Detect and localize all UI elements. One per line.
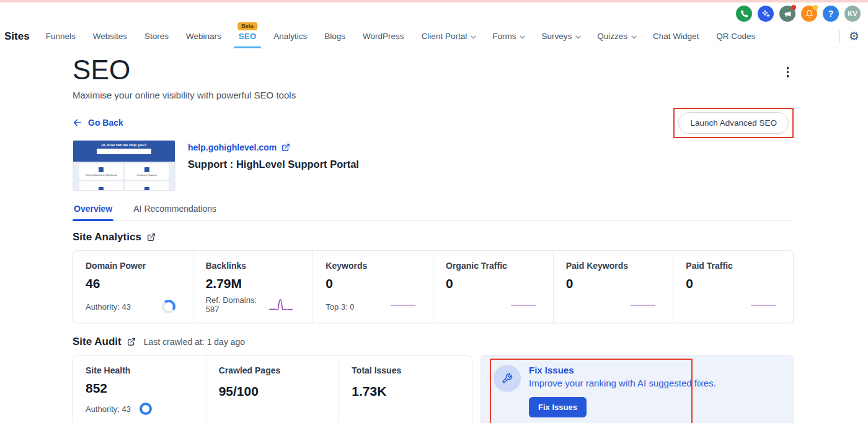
nav-item-analytics[interactable]: Analytics xyxy=(273,25,307,48)
nav-items: Funnels Websites Stores Webinars SEO Bet… xyxy=(46,25,839,48)
app-window: ? KV Sites Funnels Websites Stores Webin… xyxy=(0,0,868,423)
fix-issues-description: Improve your ranking with AI suggested f… xyxy=(529,378,716,388)
main-content: SEO Maximise your online visibility with… xyxy=(0,55,868,423)
external-link-icon[interactable] xyxy=(127,338,136,346)
chevron-down-icon xyxy=(631,33,636,38)
metric-value: 0 xyxy=(446,276,544,291)
nav-item-websites[interactable]: Websites xyxy=(93,25,127,48)
metric-label: Paid Traffic xyxy=(686,261,784,271)
phone-icon[interactable] xyxy=(736,6,752,22)
annotation-box-launch: Launch Advanced SEO xyxy=(673,108,794,138)
metric-label: Site Health xyxy=(86,365,197,375)
paid-traffic-flatline xyxy=(751,305,776,306)
site-title: Support : HighLevel Support Portal xyxy=(188,159,359,170)
chevron-down-icon xyxy=(576,33,581,38)
nav-section-title: Sites xyxy=(4,30,30,43)
metric-value: 46 xyxy=(86,276,184,291)
authority-donut-chart xyxy=(162,300,175,313)
nav-item-quizzes[interactable]: Quizzes xyxy=(597,25,636,48)
keywords-flatline xyxy=(391,305,415,306)
nav-item-chat-widget[interactable]: Chat Widget xyxy=(653,25,699,48)
topbar-icons: ? KV xyxy=(736,6,861,22)
site-analytics-card: Domain Power 46 Authority: 43 Backlinks … xyxy=(73,250,794,323)
nav-item-seo[interactable]: SEO Beta xyxy=(239,25,257,48)
site-preview-thumbnail[interactable]: Hi, how can we help you? Getting Started… xyxy=(73,140,175,191)
page-subtitle: Maximise your online visibility with pow… xyxy=(73,90,794,100)
external-link-icon[interactable] xyxy=(147,233,156,242)
chevron-down-icon xyxy=(471,33,476,38)
site-url-link[interactable]: help.gohighlevel.com xyxy=(188,142,359,152)
metric-value: 1.73K xyxy=(352,384,463,399)
metric-crawled-pages: Crawled Pages 95/100 xyxy=(206,355,339,423)
help-icon[interactable]: ? xyxy=(823,6,839,22)
launch-advanced-seo-button[interactable]: Launch Advanced SEO xyxy=(678,112,789,134)
site-preview-searchbox xyxy=(97,149,151,154)
site-audit-heading: Site Audit xyxy=(73,336,122,348)
chevron-down-icon xyxy=(520,33,525,38)
arrow-left-icon xyxy=(73,118,82,128)
beta-badge: Beta xyxy=(237,22,257,31)
site-url-label: help.gohighlevel.com xyxy=(188,142,277,152)
nav-item-client-portal-label: Client Portal xyxy=(422,32,467,41)
metric-label: Total Issues xyxy=(352,365,463,375)
metric-value: 2.79M xyxy=(206,276,304,291)
gear-icon[interactable]: ⚙ xyxy=(849,30,859,42)
metric-label: Backlinks xyxy=(206,261,304,271)
site-analytics-heading: Site Analytics xyxy=(73,231,141,243)
fix-issues-button[interactable]: Fix Issues xyxy=(529,397,587,417)
site-health-ring-chart xyxy=(140,403,152,415)
metric-sub: Authority: 43 xyxy=(86,302,131,312)
metric-value: 95/100 xyxy=(219,384,330,399)
announcements-megaphone-icon[interactable] xyxy=(779,6,795,22)
metric-paid-traffic: Paid Traffic 0 xyxy=(673,251,793,323)
nav-item-surveys-label: Surveys xyxy=(541,32,572,41)
page-title: SEO xyxy=(73,55,131,85)
metric-value: 0 xyxy=(686,276,784,291)
metric-paid-keywords: Paid Keywords 0 xyxy=(553,251,673,323)
tab-overview[interactable]: Overview xyxy=(73,199,113,220)
fix-issues-panel: Fix Issues Improve your ranking with AI … xyxy=(480,355,794,423)
nav-item-stores[interactable]: Stores xyxy=(144,25,169,48)
metric-sub: Authority: 43 xyxy=(86,404,131,414)
preview-card-icon xyxy=(144,187,149,191)
wrench-icon xyxy=(494,365,521,392)
metric-keywords: Keywords 0 Top 3: 0 xyxy=(312,251,433,323)
metric-total-issues: Total Issues 1.73K xyxy=(339,355,472,423)
metric-label: Organic Traffic xyxy=(446,261,544,271)
external-link-icon xyxy=(281,143,290,152)
metric-site-health: Site Health 852 Authority: 43 xyxy=(73,355,206,423)
site-audit-card: Site Health 852 Authority: 43 Crawled Pa… xyxy=(73,355,472,423)
metric-value: 0 xyxy=(566,276,665,291)
metric-sub: Ref. Domains: 587 xyxy=(206,295,270,314)
metric-label: Domain Power xyxy=(86,261,184,271)
paid-keywords-flatline xyxy=(631,305,655,306)
preview-card-label: Customer Support xyxy=(137,173,157,177)
nav-item-wordpress[interactable]: WordPress xyxy=(363,25,404,48)
metric-label: Crawled Pages xyxy=(219,365,330,375)
nav-item-client-portal[interactable]: Client Portal xyxy=(422,25,476,48)
metric-label: Keywords xyxy=(326,261,424,271)
nav-item-quizzes-label: Quizzes xyxy=(597,32,627,41)
go-back-label: Go Back xyxy=(88,118,123,128)
tab-ai-recommendations[interactable]: AI Recommendations xyxy=(132,199,218,220)
metric-value: 0 xyxy=(326,276,424,291)
preview-card-icon xyxy=(99,187,104,191)
notifications-bell-icon[interactable] xyxy=(801,6,817,22)
ai-sparkles-icon[interactable] xyxy=(758,6,774,22)
site-preview-cards: Getting Started w/ HighLevel Customer Su… xyxy=(73,162,175,191)
avatar[interactable]: KV xyxy=(844,6,861,22)
notification-dot-yellow xyxy=(813,5,818,10)
nav-item-blogs[interactable]: Blogs xyxy=(324,25,345,48)
go-back-link[interactable]: Go Back xyxy=(73,118,123,128)
nav-item-forms[interactable]: Forms xyxy=(492,25,524,48)
kebab-menu-icon[interactable] xyxy=(782,62,794,82)
site-preview-heading: Hi, how can we help you? xyxy=(73,143,175,147)
preview-card-label: Getting Started w/ HighLevel xyxy=(86,173,117,177)
metric-label: Paid Keywords xyxy=(566,261,665,271)
tab-bar: Overview AI Recommendations xyxy=(73,199,794,221)
nav-item-qr-codes[interactable]: QR Codes xyxy=(716,25,755,48)
metric-backlinks: Backlinks 2.79M Ref. Domains: 587 xyxy=(193,251,313,323)
nav-item-surveys[interactable]: Surveys xyxy=(541,25,580,48)
nav-item-funnels[interactable]: Funnels xyxy=(46,25,76,48)
nav-item-webinars[interactable]: Webinars xyxy=(186,25,221,48)
